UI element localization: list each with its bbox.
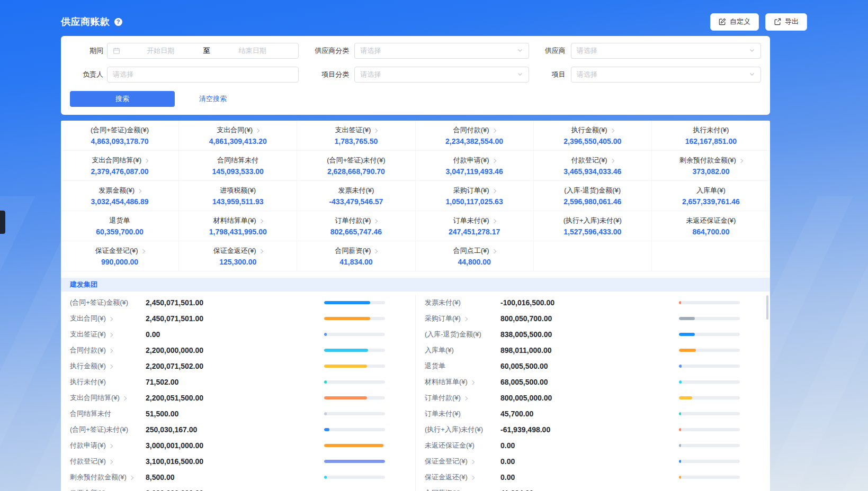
- summary-label: 发票金额(¥): [99, 186, 135, 195]
- metric-value: 838,005,500.00: [500, 330, 679, 339]
- summary-label-row: (执行+入库)未付(¥): [563, 216, 622, 225]
- metric-label-text: 订单未付(¥): [425, 409, 461, 419]
- drawer-handle[interactable]: [0, 211, 5, 234]
- metric-row: 保证金登记(¥)0.00: [416, 453, 770, 469]
- progress-track: [324, 380, 385, 384]
- metric-value: 2,200,051,500.00: [146, 394, 324, 402]
- summary-cell[interactable]: 剩余预付款金额(¥)373,082.00: [652, 151, 770, 181]
- summary-cell[interactable]: 支出合同结算(¥)2,379,476,087.00: [61, 151, 179, 181]
- metric-label[interactable]: 执行金额(¥): [70, 361, 146, 371]
- metric-value: 2,450,071,501.00: [146, 314, 324, 323]
- summary-cell[interactable]: 执行金额(¥)2,396,550,405.00: [534, 121, 652, 151]
- metric-label-text: 保证金返还(¥): [425, 472, 468, 482]
- summary-label-row: 执行未付(¥): [693, 125, 729, 135]
- supplier-placeholder: 请选择: [577, 46, 597, 56]
- summary-label: 订单未付(¥): [453, 216, 489, 225]
- scrollbar-thumb[interactable]: [766, 295, 768, 320]
- group-header[interactable]: 建发集团: [61, 278, 770, 292]
- metric-value: 898,011,000.00: [500, 346, 679, 354]
- summary-cell[interactable]: 保证金登记(¥)990,000.00: [61, 241, 179, 271]
- project-category-label: 项目分类: [299, 70, 349, 79]
- customize-button[interactable]: 自定义: [710, 13, 759, 31]
- metric-label[interactable]: 合同付款(¥): [70, 345, 146, 355]
- metric-label-text: 剩余预付款金额(¥): [70, 472, 127, 482]
- summary-label: 执行未付(¥): [693, 125, 729, 135]
- summary-cell[interactable]: 合同点工(¥)44,800.00: [416, 241, 534, 271]
- metric-label[interactable]: 保证金返还(¥): [425, 472, 500, 482]
- help-icon[interactable]: ?: [114, 18, 122, 26]
- supplier-label: 供应商: [529, 46, 566, 56]
- chevron-right-icon: [491, 219, 496, 223]
- summary-label-row: 付款登记(¥): [571, 156, 614, 165]
- summary-cell[interactable]: 发票金额(¥)3,032,454,486.89: [61, 181, 179, 211]
- summary-cell[interactable]: 付款申请(¥)3,047,119,493.46: [416, 151, 534, 181]
- end-date-placeholder[interactable]: 结束日期: [212, 46, 293, 56]
- summary-cell[interactable]: 合同薪资(¥)41,834.00: [297, 241, 415, 271]
- date-range-input[interactable]: 开始日期 至 结束日期: [107, 43, 299, 59]
- search-button[interactable]: 搜索: [70, 91, 175, 107]
- metric-label: (合同+签证)金额(¥): [70, 298, 146, 307]
- summary-cell[interactable]: 付款登记(¥)3,465,934,033.46: [534, 151, 652, 181]
- summary-value: 990,000.00: [101, 258, 138, 266]
- chevron-right-icon: [144, 158, 148, 162]
- summary-cell[interactable]: 保证金返还(¥)125,300.00: [179, 241, 297, 271]
- supplier-select[interactable]: 请选择: [571, 43, 761, 59]
- chevron-right-icon: [109, 459, 113, 463]
- summary-cell[interactable]: 采购订单(¥)1,050,117,025.63: [416, 181, 534, 211]
- summary-label-row: 进项税额(¥): [220, 186, 256, 195]
- summary-label: (入库-退货)金额(¥): [564, 186, 621, 195]
- metric-label[interactable]: 发票金额(¥): [70, 488, 146, 491]
- metric-label[interactable]: 采购订单(¥): [425, 314, 500, 323]
- summary-cell: 执行未付(¥)162,167,851.00: [652, 121, 770, 151]
- supplier-category-select[interactable]: 请选择: [354, 43, 529, 59]
- progress-bar: [679, 396, 692, 399]
- owner-select[interactable]: 请选择: [107, 67, 299, 83]
- chevron-down-icon: [517, 71, 523, 79]
- start-date-placeholder[interactable]: 开始日期: [120, 46, 201, 56]
- metric-label[interactable]: 支出签证(¥): [70, 330, 146, 339]
- summary-cell: 未返还保证金(¥)864,700.00: [652, 211, 770, 241]
- metric-row: 订单未付(¥)45,700.00: [416, 406, 770, 422]
- metric-label[interactable]: 付款申请(¥): [70, 441, 146, 450]
- summary-value: 2,379,476,087.00: [91, 167, 149, 176]
- export-label: 导出: [785, 17, 799, 26]
- summary-label-row: 付款申请(¥): [453, 156, 496, 165]
- metric-value: 3,030,000,000.00: [146, 489, 324, 491]
- metric-row: 未返还保证金(¥)0.00: [416, 438, 770, 453]
- metric-label[interactable]: 付款登记(¥): [70, 457, 146, 466]
- summary-cell[interactable]: 材料结算单(¥)1,798,431,995.00: [179, 211, 297, 241]
- metric-label[interactable]: 支出合同(¥): [70, 314, 146, 323]
- clear-search-link[interactable]: 清空搜索: [199, 94, 227, 104]
- metric-label-text: 未返还保证金(¥): [425, 441, 475, 450]
- metric-row: 支出合同结算(¥)2,200,051,500.00: [61, 390, 415, 406]
- project-category-select[interactable]: 请选择: [354, 67, 529, 83]
- metric-value: 2,200,000,000.00: [146, 346, 324, 354]
- summary-cell: (入库-退货)金额(¥)2,596,980,061.46: [534, 181, 652, 211]
- summary-cell[interactable]: 订单未付(¥)247,451,278.17: [416, 211, 534, 241]
- metric-row: 订单付款(¥)800,005,000.00: [416, 390, 770, 406]
- summary-value: 2,657,339,761.46: [682, 197, 740, 206]
- metric-label-text: 订单付款(¥): [425, 393, 461, 403]
- metric-label[interactable]: 订单付款(¥): [425, 393, 500, 403]
- summary-cell[interactable]: 支出合同(¥)4,861,309,413.20: [179, 121, 297, 151]
- summary-label-row: 支出合同(¥): [217, 125, 259, 135]
- export-button[interactable]: 导出: [765, 13, 807, 31]
- project-select[interactable]: 请选择: [571, 67, 761, 83]
- summary-cell[interactable]: 支出签证(¥)1,783,765.50: [297, 121, 415, 151]
- metric-label[interactable]: 支出合同结算(¥): [70, 393, 146, 403]
- accounts-card: (合同+签证)金额(¥)4,863,093,178.70支出合同(¥)4,861…: [61, 121, 770, 491]
- metric-row: 执行金额(¥)2,200,071,502.00: [61, 358, 415, 374]
- metric-label[interactable]: 材料结算单(¥): [425, 377, 500, 387]
- metric-label[interactable]: 保证金登记(¥): [425, 457, 500, 466]
- progress-track: [324, 460, 385, 463]
- chevron-right-icon: [739, 158, 743, 162]
- summary-cell[interactable]: 订单付款(¥)802,665,747.46: [297, 211, 415, 241]
- summary-label-row: 订单付款(¥): [335, 216, 377, 225]
- metric-label[interactable]: 剩余预付款金额(¥): [70, 472, 146, 482]
- progress-track: [324, 412, 385, 415]
- summary-cell[interactable]: 合同付款(¥)2,234,382,554.00: [416, 121, 534, 151]
- metric-label[interactable]: 合同薪资(¥): [425, 488, 500, 491]
- edit-icon: [719, 18, 726, 25]
- metric-value: 0.00: [500, 441, 679, 450]
- supplier-category-label: 供应商分类: [299, 46, 349, 56]
